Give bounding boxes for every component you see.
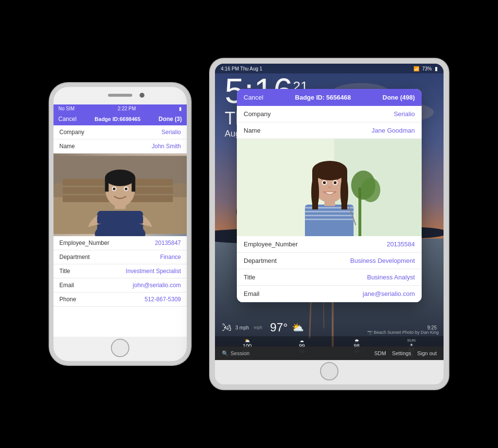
department-value: Finance (160, 254, 181, 260)
svg-point-15 (113, 188, 116, 190)
tablet-person-svg (237, 139, 422, 236)
sdm-nav-link[interactable]: SDM (374, 350, 386, 356)
svg-rect-42 (305, 211, 354, 212)
tablet-department-field: Department Business Development (237, 253, 422, 269)
weather-wind-speed: 3 mph (235, 325, 249, 330)
svg-rect-18 (120, 216, 143, 224)
company-field: Company Serialio (53, 125, 187, 139)
day3-icon: 🌧 (329, 338, 384, 343)
tablet-screen: 4:16 PM Thu Aug 1 📶 73% ▮ 5:1621 Thursda… (215, 64, 444, 360)
tablet-employee-number-value: 20135584 (387, 241, 415, 248)
tablet-title-label: Title (244, 274, 255, 281)
weather-summary: 🌬 3 mph mph 97° ⛅ 9:25 (215, 319, 444, 336)
svg-point-16 (124, 188, 127, 190)
department-label: Department (59, 254, 90, 260)
phone-status-bar: No SIM 2:22 PM ▮ (53, 104, 187, 113)
weather-condition-icon: ⛅ (292, 322, 304, 333)
title-label: Title (59, 268, 70, 275)
svg-rect-44 (305, 219, 354, 220)
tablet-company-label: Company (244, 110, 271, 118)
battery-percent: 73% (422, 66, 432, 71)
weather-time: 9:25 (427, 325, 437, 330)
phone-screen: No SIM 2:22 PM ▮ Cancel Badge ID:6698465… (53, 104, 187, 337)
title-value: Investment Specialist (126, 268, 181, 275)
tablet-company-field: Company Serialio (237, 106, 422, 122)
tablet-status-bar: 4:16 PM Thu Aug 1 📶 73% ▮ (215, 64, 444, 73)
tablet-email-field: Email jane@serialio.com (237, 286, 422, 302)
day2-icon: ☁ (275, 338, 330, 343)
tablet-bottom-nav: 🔍 Session SDM Settings Sign out (215, 346, 444, 360)
email-label: Email (59, 282, 74, 289)
day1-icon: ⛅ (220, 338, 275, 343)
tablet-modal: Cancel Badge ID: 5656468 Done (498) Comp… (237, 89, 422, 302)
tablet-title-field: Title Business Analyst (237, 269, 422, 286)
signout-nav-link[interactable]: Sign out (417, 350, 437, 356)
name-value: John Smith (152, 143, 181, 150)
done-button[interactable]: Done (3) (159, 116, 182, 122)
badge-id-label: Badge ID:6698465 (95, 116, 141, 122)
weather-wind-icon: 🌬 (222, 322, 231, 333)
employee-number-label: Employee_Number (59, 240, 109, 246)
svg-rect-12 (132, 178, 136, 191)
carrier-text: No SIM (58, 106, 74, 111)
company-label: Company (59, 129, 84, 136)
tablet-employee-number-label: Employee_Number (244, 241, 298, 248)
svg-rect-43 (305, 215, 354, 216)
battery-icon: ▮ (179, 106, 182, 111)
tablet-department-value: Business Development (350, 257, 415, 264)
email-value: john@serialio.com (133, 282, 181, 289)
svg-point-51 (340, 175, 348, 209)
department-field: Department Finance (53, 250, 187, 264)
phone-camera (140, 93, 144, 98)
tablet-name-value: Jane Goodman (372, 127, 415, 134)
company-value: Serialio (161, 129, 181, 136)
tablet-person-photo (237, 139, 422, 236)
wifi-icon: 📶 (413, 66, 419, 71)
phone-photo (53, 154, 187, 236)
weather-temperature: 97° (270, 321, 287, 334)
tablet-done-button[interactable]: Done (498) (383, 94, 415, 101)
phone-value: 512-867-5309 (144, 296, 181, 303)
settings-nav-link[interactable]: Settings (392, 350, 411, 356)
tablet-name-label: Name (244, 127, 261, 134)
battery-bar: ▮ (435, 66, 438, 72)
tablet-employee-number-field: Employee_Number 20135584 (237, 236, 422, 253)
session-label: Session (231, 350, 249, 356)
svg-point-10 (105, 170, 135, 186)
tablet-title-value: Business Analyst (367, 274, 415, 281)
phone-home-button[interactable] (111, 339, 129, 357)
svg-point-54 (323, 181, 326, 184)
devices-container: No SIM 2:22 PM ▮ Cancel Badge ID:6698465… (50, 59, 448, 389)
title-field: Title Investment Specialist (53, 264, 187, 278)
phone-field: Phone 512-867-5309 (53, 293, 187, 307)
svg-rect-17 (97, 216, 120, 224)
phone-speaker (108, 94, 132, 97)
tablet-badge-id: Badge ID: 5656468 (295, 94, 351, 101)
phone-device: No SIM 2:22 PM ▮ Cancel Badge ID:6698465… (50, 83, 191, 365)
tablet-name-field: Name Jane Goodman (237, 122, 422, 139)
svg-point-50 (311, 175, 319, 209)
tablet-email-value: jane@serialio.com (363, 290, 415, 297)
tablet-status-time: 4:16 PM Thu Aug 1 (221, 66, 262, 71)
person-photo-svg (53, 154, 187, 236)
tablet-home-button[interactable] (320, 362, 338, 380)
tablet-department-label: Department (244, 257, 277, 264)
tablet-email-label: Email (244, 290, 260, 297)
tablet-modal-header: Cancel Badge ID: 5656468 Done (498) (237, 89, 422, 106)
phone-label: Phone (59, 296, 76, 303)
employee-number-value: 20135847 (155, 240, 181, 246)
name-label: Name (59, 143, 75, 150)
tablet-company-value: Serialio (394, 110, 415, 118)
day4-name: SUN (384, 338, 439, 343)
svg-rect-11 (105, 178, 109, 191)
session-search[interactable]: 🔍 Session (222, 350, 249, 357)
name-field: Name John Smith (53, 139, 187, 154)
cancel-button[interactable]: Cancel (58, 116, 76, 122)
email-field: Email john@serialio.com (53, 278, 187, 293)
phone-header: Cancel Badge ID:6698465 Done (3) (53, 113, 187, 125)
search-icon: 🔍 (222, 350, 229, 357)
employee-number-field: Employee_Number 20135847 (53, 236, 187, 250)
status-time: 2:22 PM (118, 106, 136, 111)
tablet-cancel-button[interactable]: Cancel (244, 94, 263, 101)
tablet-device: 4:16 PM Thu Aug 1 📶 73% ▮ 5:1621 Thursda… (210, 59, 448, 389)
